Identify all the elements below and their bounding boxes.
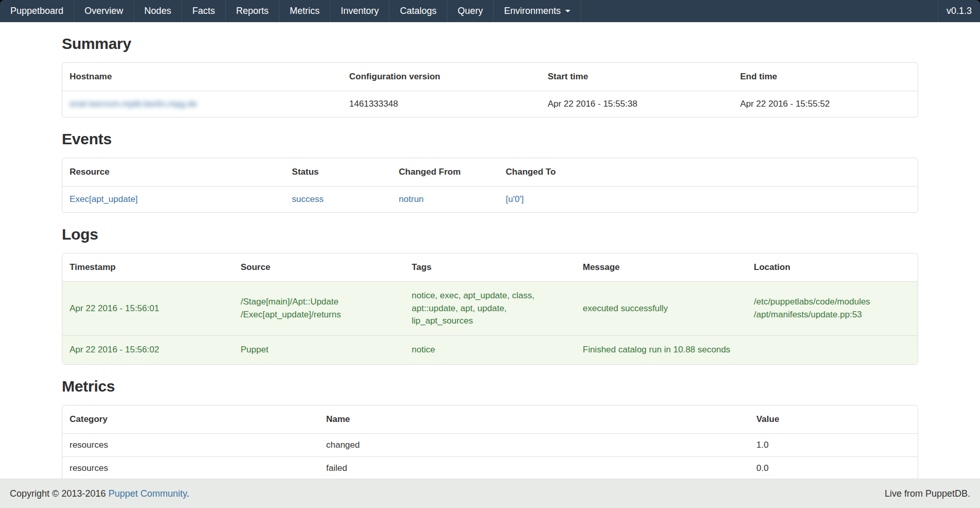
start-time-value: Apr 22 2016 - 15:55:38 (540, 91, 733, 117)
metric-row: resources changed 1.0 (62, 433, 918, 456)
environments-dropdown-label: Environments (504, 6, 561, 16)
log-message: executed successfully (576, 281, 747, 335)
navbar-backdrop: Puppetboard Overview Nodes Facts Reports… (0, 0, 980, 22)
metrics-header-row: Category Name Value (62, 405, 918, 433)
summary-col-config-version: Configuration version (342, 63, 540, 91)
log-source: /Stage[main]/Apt::Update /Exec[apt_updat… (233, 281, 404, 335)
footer-copyright-period: . (187, 488, 189, 499)
metric-name: failed (319, 456, 749, 480)
log-message: Finished catalog run in 10.88 seconds (576, 335, 747, 364)
events-table: Resource Status Changed From Changed To … (62, 158, 918, 213)
log-source: Puppet (233, 335, 404, 364)
event-resource-link[interactable]: Exec[apt_update] (70, 194, 138, 204)
nav-item-catalogs[interactable]: Catalogs (389, 0, 447, 22)
metric-name: changed (319, 433, 749, 456)
summary-table: Hostname Configuration version Start tim… (62, 62, 918, 117)
summary-row: snat-tservvm.mpib-berlin.mpg.de 14613333… (62, 91, 918, 117)
metric-value: 1.0 (749, 433, 918, 456)
nav-item-query[interactable]: Query (447, 0, 493, 22)
configuration-version-value: 1461333348 (342, 91, 540, 117)
events-col-changed-to: Changed To (499, 158, 918, 186)
summary-heading: Summary (62, 35, 918, 53)
main-content: Summary Hostname Configuration version S… (62, 35, 918, 508)
logs-col-timestamp: Timestamp (62, 253, 233, 281)
summary-col-start-time: Start time (540, 63, 733, 91)
footer-puppetdb-status: Live from PuppetDB. (885, 488, 970, 499)
nav-item-overview[interactable]: Overview (74, 0, 133, 22)
metrics-col-value: Value (749, 405, 918, 433)
log-tags: notice, exec, apt_update, class, apt::up… (404, 281, 576, 335)
logs-col-location: Location (747, 253, 918, 281)
metric-row: resources failed 0.0 (62, 456, 918, 480)
summary-col-end-time: End time (733, 63, 918, 91)
brand-puppetboard[interactable]: Puppetboard (0, 0, 74, 22)
log-tags: notice (404, 335, 576, 364)
metrics-heading: Metrics (62, 378, 918, 395)
events-col-changed-from: Changed From (392, 158, 499, 186)
chevron-down-icon (565, 10, 570, 12)
logs-col-tags: Tags (404, 253, 576, 281)
metric-value: 0.0 (749, 456, 918, 480)
log-row: Apr 22 2016 - 15:56:01 /Stage[main]/Apt:… (62, 281, 918, 335)
metric-category: resources (62, 456, 319, 480)
footer-copyright-text: Copyright © 2013-2016 (10, 488, 106, 499)
logs-table: Timestamp Source Tags Message Location A… (62, 253, 918, 365)
event-changed-from-link[interactable]: notrun (399, 194, 424, 204)
nav-item-nodes[interactable]: Nodes (133, 0, 181, 22)
metric-category: resources (62, 433, 319, 456)
footer-copyright: Copyright © 2013-2016 Puppet Community. (10, 488, 189, 499)
events-heading: Events (62, 130, 918, 148)
page-footer: Copyright © 2013-2016 Puppet Community. … (0, 479, 980, 508)
metrics-col-name: Name (319, 405, 749, 433)
log-location (747, 335, 918, 364)
puppet-community-link[interactable]: Puppet Community (108, 488, 187, 499)
logs-heading: Logs (62, 226, 918, 243)
summary-header-row: Hostname Configuration version Start tim… (62, 63, 918, 91)
log-timestamp: Apr 22 2016 - 15:56:01 (62, 281, 233, 335)
event-row: Exec[apt_update] success notrun [u'0'] (62, 186, 918, 212)
log-row: Apr 22 2016 - 15:56:02 Puppet notice Fin… (62, 335, 918, 364)
environments-dropdown[interactable]: Environments (493, 0, 581, 22)
event-status-link[interactable]: success (292, 194, 324, 204)
nav-item-metrics[interactable]: Metrics (279, 0, 330, 22)
top-navbar: Puppetboard Overview Nodes Facts Reports… (0, 0, 980, 22)
log-location: /etc/puppetlabs/code/modules /apt/manife… (747, 281, 918, 335)
app-version-badge: v0.1.3 (938, 0, 980, 22)
hostname-link[interactable]: snat-tservvm.mpib-berlin.mpg.de (70, 99, 197, 109)
nav-item-reports[interactable]: Reports (225, 0, 279, 22)
summary-col-hostname: Hostname (62, 63, 342, 91)
end-time-value: Apr 22 2016 - 15:55:52 (733, 91, 918, 117)
navbar-spacer (581, 0, 938, 22)
logs-col-message: Message (576, 253, 747, 281)
events-col-resource: Resource (62, 158, 285, 186)
nav-item-facts[interactable]: Facts (181, 0, 225, 22)
log-timestamp: Apr 22 2016 - 15:56:02 (62, 335, 233, 364)
events-col-status: Status (285, 158, 392, 186)
nav-item-inventory[interactable]: Inventory (330, 0, 389, 22)
events-header-row: Resource Status Changed From Changed To (62, 158, 918, 186)
metrics-col-category: Category (62, 405, 319, 433)
event-changed-to-link[interactable]: [u'0'] (506, 194, 524, 204)
logs-col-source: Source (233, 253, 404, 281)
logs-header-row: Timestamp Source Tags Message Location (62, 253, 918, 281)
